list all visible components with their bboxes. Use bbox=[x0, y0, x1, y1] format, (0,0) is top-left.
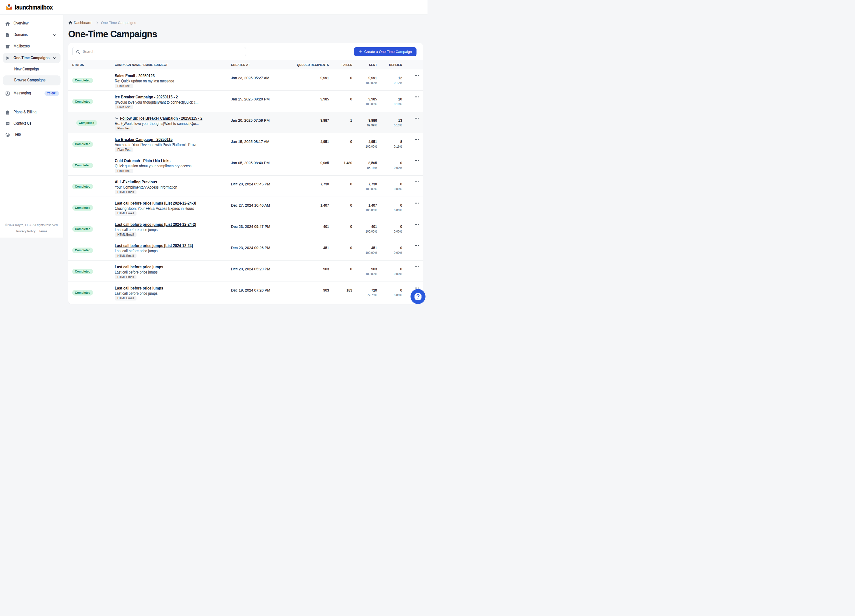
svg-text:M: M bbox=[8, 5, 10, 8]
